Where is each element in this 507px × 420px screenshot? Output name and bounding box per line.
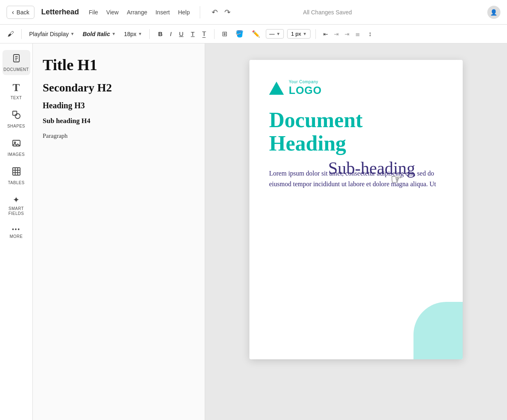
format-buttons: B I U T T̲ [155, 29, 209, 39]
menu-view[interactable]: View [106, 9, 119, 16]
logo-text-group: Your Company LOGO [289, 80, 322, 97]
style-item-h3[interactable]: Heading H3 [43, 97, 195, 113]
styles-panel: Title H1 Secondary H2 Heading H3 Sub hea… [33, 43, 205, 420]
line-width-dropdown[interactable]: 1 px ▼ [287, 29, 310, 39]
text-icon: T [13, 82, 20, 94]
logo-area: Your Company LOGO [269, 80, 443, 97]
document-body[interactable]: Lorem ipsum dolor sit amet, consectetur … [269, 168, 443, 189]
sidebar-item-document[interactable]: DOCUMENT [2, 50, 30, 75]
redo-button[interactable]: ↷ [223, 6, 232, 18]
style-label-h1: Title H1 [43, 56, 195, 74]
avatar-icon: 👤 [490, 9, 497, 16]
canvas-area[interactable]: Sub-heading ☞ Your Company LOGO Document… [205, 43, 507, 420]
svg-rect-8 [13, 168, 20, 175]
menu-help[interactable]: Help [178, 9, 190, 16]
sidebar-label-text: TEXT [11, 96, 22, 100]
style-label-h4: Sub heading H4 [43, 117, 195, 125]
style-label-h2: Secondary H2 [43, 81, 195, 94]
menu-insert[interactable]: Insert [155, 9, 170, 16]
line-color-button[interactable]: ✏️ [249, 28, 263, 39]
more-icon: ••• [12, 226, 21, 233]
text-color-button[interactable]: T [187, 29, 198, 39]
logo-text: LOGO [289, 84, 322, 97]
font-family-dropdown[interactable]: Playfair Display ▼ [27, 29, 77, 39]
paint-format-button[interactable]: 🖌 [5, 29, 16, 39]
line-width-chevron-icon: ▼ [303, 32, 307, 36]
left-sidebar: DOCUMENT T TEXT SHAPES IMAG [0, 43, 33, 420]
sidebar-label-document: DOCUMENT [4, 67, 29, 72]
align-buttons: ⇤ ⇥ ⇥ ≣ [321, 29, 363, 39]
bold-button[interactable]: B [155, 29, 166, 39]
style-label-h3: Heading H3 [43, 101, 195, 110]
toolbar-divider-3 [214, 29, 215, 39]
shapes-icon [11, 110, 21, 122]
undo-redo-group: ↶ ↷ [210, 6, 232, 18]
sidebar-label-shapes: SHAPES [7, 124, 25, 128]
sidebar-item-more[interactable]: ••• MORE [2, 223, 30, 242]
font-style-dropdown[interactable]: Bold Italic ▼ [80, 29, 118, 39]
logo-company-name: Your Company [289, 80, 322, 84]
sidebar-item-shapes[interactable]: SHAPES [2, 107, 30, 132]
svg-point-7 [14, 142, 16, 143]
font-style-chevron-icon: ▼ [112, 32, 116, 36]
toolbar-divider-2 [149, 29, 150, 39]
smart-fields-icon: ✦ [13, 195, 20, 205]
align-center-button[interactable]: ⇥ [331, 29, 341, 39]
font-size-chevron-icon: ▼ [138, 32, 142, 36]
tables-icon [11, 167, 21, 179]
save-status: All Changes Saved [303, 9, 352, 16]
toolbar-divider-1 [21, 29, 22, 39]
back-arrow-icon: ‹ [12, 9, 14, 16]
logo-triangle-icon [269, 82, 284, 95]
app-title: Letterhead [41, 8, 79, 16]
svg-rect-5 [13, 111, 17, 115]
align-left-button[interactable]: ⇤ [321, 29, 331, 39]
line-height-button[interactable]: ↕ [366, 29, 374, 39]
svg-point-4 [15, 114, 20, 119]
style-item-h4[interactable]: Sub heading H4 [43, 113, 195, 128]
line-width-value: 1 px [291, 31, 301, 37]
style-item-h2[interactable]: Secondary H2 [43, 76, 195, 97]
sidebar-item-images[interactable]: IMAGES [2, 135, 30, 160]
style-item-paragraph[interactable]: Paragraph [43, 128, 195, 142]
line-style-dropdown[interactable]: — ▼ [266, 29, 284, 39]
document-heading[interactable]: DocumentHeading [269, 108, 443, 155]
back-label: Back [16, 9, 29, 16]
main-area: DOCUMENT T TEXT SHAPES IMAG [0, 43, 507, 420]
line-style-chevron-icon: ▼ [276, 32, 281, 36]
align-right-button[interactable]: ⇥ [342, 29, 352, 39]
undo-button[interactable]: ↶ [210, 6, 219, 18]
align-justify-button[interactable]: ≣ [353, 29, 363, 39]
sidebar-item-tables[interactable]: TABLES [2, 163, 30, 188]
transform-button[interactable]: ⊞ [219, 28, 230, 39]
style-item-h1[interactable]: Title H1 [43, 53, 195, 76]
toolbar: 🖌 Playfair Display ▼ Bold Italic ▼ 18px … [0, 25, 507, 43]
font-size-value: 18px [124, 31, 136, 37]
italic-button[interactable]: I [167, 29, 175, 39]
back-button[interactable]: ‹ Back [7, 6, 34, 19]
style-label-paragraph: Paragraph [43, 132, 195, 139]
images-icon [11, 138, 21, 151]
menu-bar: File View Arrange Insert Help [89, 9, 190, 16]
nav-divider [200, 6, 200, 18]
line-style-value: — [269, 31, 275, 37]
top-nav: ‹ Back Letterhead File View Arrange Inse… [0, 0, 507, 25]
fill-color-button[interactable]: 🪣 [233, 28, 246, 39]
font-family-value: Playfair Display [29, 31, 69, 37]
sidebar-item-smart-fields[interactable]: ✦ SMARTFIELDS [2, 192, 30, 219]
strikethrough-button[interactable]: T̲ [199, 29, 209, 39]
document-icon [11, 53, 21, 66]
menu-arrange[interactable]: Arrange [127, 9, 147, 16]
toolbar-divider-4 [315, 29, 316, 39]
sidebar-item-text[interactable]: T TEXT [2, 78, 30, 103]
underline-button[interactable]: U [176, 29, 187, 39]
font-style-value: Bold Italic [82, 31, 110, 37]
user-avatar[interactable]: 👤 [487, 6, 500, 19]
menu-file[interactable]: File [89, 9, 98, 16]
document-page[interactable]: Your Company LOGO DocumentHeading Lorem … [249, 60, 463, 359]
sidebar-label-images: IMAGES [8, 152, 25, 157]
font-size-dropdown[interactable]: 18px ▼ [121, 29, 144, 39]
sidebar-label-more: MORE [10, 234, 23, 239]
corner-decoration [413, 302, 463, 359]
sidebar-label-tables: TABLES [8, 180, 25, 185]
